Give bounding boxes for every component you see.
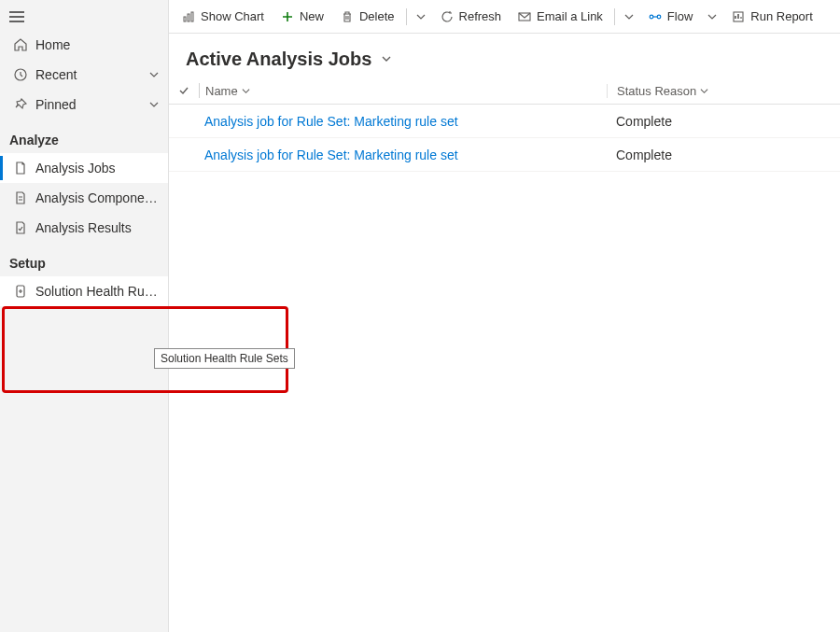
table-row[interactable]: Analysis job for Rule Set: Marketing rul… [169, 105, 840, 138]
flow-dropdown[interactable] [702, 9, 722, 24]
run-report-button[interactable]: Run Report [724, 3, 819, 31]
chevron-down-icon [707, 12, 717, 21]
section-title-analyze: Analyze [0, 119, 168, 153]
table-row[interactable]: Analysis job for Rule Set: Marketing rul… [169, 138, 840, 172]
cmd-label: Refresh [459, 9, 502, 23]
sidebar-item-solution-health-rule-sets[interactable]: Solution Health Rule ... [0, 276, 168, 306]
sidebar-item-label: Pinned [35, 97, 149, 112]
separator [199, 83, 200, 98]
sidebar-item-label: Analysis Jobs [35, 161, 159, 176]
sidebar: Home Recent Pinned Analyze Analysis Jobs… [0, 0, 169, 632]
cell-status: Complete [607, 114, 831, 129]
view-title: Active Analysis Jobs [186, 49, 371, 70]
svg-point-9 [650, 15, 653, 19]
svg-rect-5 [184, 17, 186, 21]
sidebar-item-label: Recent [35, 67, 149, 82]
column-label: Status Reason [617, 84, 696, 98]
clock-icon [9, 67, 32, 82]
sidebar-item-label: Home [35, 37, 159, 52]
delete-dropdown[interactable] [411, 9, 431, 24]
hamburger-icon [9, 11, 24, 22]
chevron-down-icon [242, 87, 250, 95]
refresh-button[interactable]: Refresh [433, 3, 510, 31]
results-icon [9, 220, 32, 235]
cell-name: Analysis job for Rule Set: Marketing rul… [193, 147, 607, 162]
view-header[interactable]: Active Analysis Jobs [169, 34, 840, 77]
sidebar-item-label: Analysis Results [35, 220, 159, 235]
svg-rect-7 [191, 12, 193, 21]
record-link[interactable]: Analysis job for Rule Set: Marketing rul… [204, 114, 458, 129]
sidebar-item-analysis-jobs[interactable]: Analysis Jobs [0, 153, 168, 183]
command-bar: Show Chart New Delete Refresh [169, 0, 840, 34]
sidebar-item-home[interactable]: Home [0, 30, 168, 60]
chevron-down-icon [624, 12, 634, 21]
chevron-down-icon [149, 67, 159, 82]
sidebar-item-label: Solution Health Rule ... [35, 284, 159, 299]
chevron-down-icon [381, 52, 392, 67]
chevron-down-icon [416, 12, 426, 21]
refresh-icon [441, 10, 454, 23]
section-title-setup: Setup [0, 243, 168, 276]
document-icon [9, 161, 32, 176]
chart-icon [182, 10, 195, 23]
delete-button[interactable]: Delete [333, 3, 402, 31]
health-icon [9, 284, 32, 299]
cmd-label: Flow [667, 9, 693, 23]
sidebar-item-recent[interactable]: Recent [0, 60, 168, 90]
cmd-label: New [300, 9, 324, 23]
email-link-button[interactable]: Email a Link [511, 3, 610, 31]
select-all-check[interactable] [175, 85, 193, 96]
main-area: Show Chart New Delete Refresh [169, 0, 840, 632]
email-link-dropdown[interactable] [619, 9, 639, 24]
cmd-label: Delete [359, 9, 395, 23]
report-icon [732, 10, 745, 23]
svg-rect-6 [188, 14, 189, 21]
check-icon [178, 85, 189, 96]
cell-name: Analysis job for Rule Set: Marketing rul… [193, 114, 607, 129]
components-icon [9, 190, 32, 205]
record-link[interactable]: Analysis job for Rule Set: Marketing rul… [204, 147, 458, 162]
new-button[interactable]: New [273, 3, 331, 31]
trash-icon [341, 10, 354, 23]
home-icon [9, 37, 32, 52]
tooltip: Solution Health Rule Sets [154, 348, 295, 369]
sidebar-item-label: Analysis Components [35, 190, 159, 205]
separator [406, 8, 407, 25]
pin-icon [9, 97, 32, 112]
cell-status: Complete [607, 147, 831, 162]
table-header: Name Status Reason [169, 77, 840, 105]
sidebar-item-pinned[interactable]: Pinned [0, 90, 168, 119]
sidebar-item-analysis-results[interactable]: Analysis Results [0, 213, 168, 243]
cmd-label: Email a Link [537, 9, 603, 23]
flow-icon [649, 10, 662, 23]
column-header-status[interactable]: Status Reason [607, 84, 831, 98]
chevron-down-icon [700, 87, 708, 95]
sidebar-item-analysis-components[interactable]: Analysis Components [0, 183, 168, 213]
separator [614, 8, 615, 25]
plus-icon [281, 10, 294, 23]
chevron-down-icon [149, 97, 159, 112]
column-label: Name [205, 84, 238, 98]
show-chart-button[interactable]: Show Chart [175, 3, 272, 31]
column-header-name[interactable]: Name [205, 84, 607, 98]
mail-icon [518, 10, 531, 23]
svg-point-10 [657, 15, 661, 19]
flow-button[interactable]: Flow [641, 3, 700, 31]
cmd-label: Run Report [750, 9, 812, 23]
cmd-label: Show Chart [201, 9, 264, 23]
hamburger-button[interactable] [0, 2, 168, 30]
